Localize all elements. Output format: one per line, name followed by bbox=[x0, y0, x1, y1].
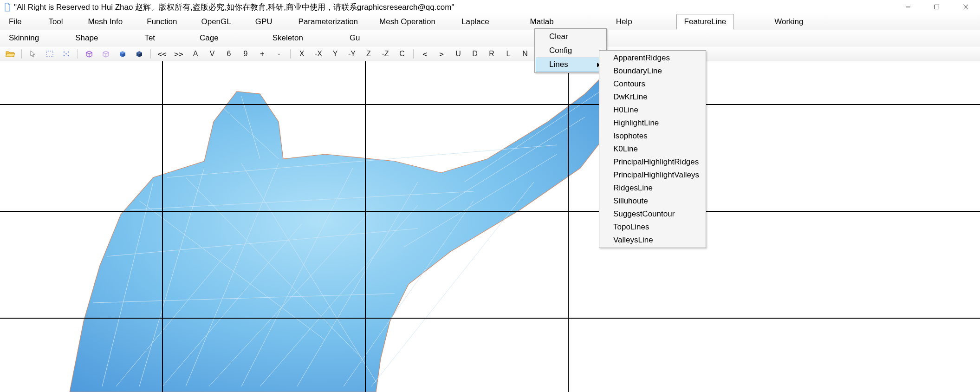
featureline-item-config[interactable]: Config bbox=[536, 44, 605, 58]
menu-featureline[interactable]: FeatureLine bbox=[676, 14, 734, 30]
toolbar-btn-prev2[interactable]: << bbox=[155, 48, 169, 59]
lines-item-silluhoute[interactable]: Silluhoute bbox=[600, 195, 705, 208]
toolbar-btn-negx[interactable]: -X bbox=[311, 48, 326, 59]
menu-label: Shape bbox=[75, 33, 98, 42]
lines-item-topolines[interactable]: TopoLines bbox=[600, 221, 705, 234]
solid-cube-dark-icon[interactable] bbox=[132, 48, 147, 59]
lines-item-boundaryline[interactable]: BoundaryLine bbox=[600, 65, 705, 78]
toolbar-btn-negz[interactable]: -Z bbox=[378, 48, 393, 59]
viewport-3d[interactable] bbox=[0, 61, 980, 392]
maximize-button[interactable] bbox=[922, 0, 951, 14]
toolbar-btn-a[interactable]: A bbox=[188, 48, 203, 59]
lines-item-suggestcountour[interactable]: SuggestCountour bbox=[600, 208, 705, 221]
toolbar-separator bbox=[150, 49, 151, 59]
lines-item-valleysline[interactable]: ValleysLine bbox=[600, 234, 705, 247]
menu-skinning[interactable]: Skinning bbox=[1, 30, 47, 46]
toolbar-btn-n[interactable]: N bbox=[518, 48, 532, 59]
featureline-item-lines[interactable]: Lines ▶ bbox=[536, 58, 605, 72]
toolbar-btn-d[interactable]: D bbox=[467, 48, 482, 59]
submenu-item-label: H0Line bbox=[613, 105, 638, 114]
lines-item-contours[interactable]: Contours bbox=[600, 78, 705, 91]
menu-tool[interactable]: Tool bbox=[40, 14, 71, 30]
toolbar-btn-lt[interactable]: < bbox=[417, 48, 432, 59]
toolbar-btn-negy[interactable]: -Y bbox=[344, 48, 359, 59]
menu-working[interactable]: Working bbox=[766, 14, 811, 30]
menu-label: OpenGL bbox=[201, 17, 231, 26]
select-rect-icon[interactable] bbox=[42, 48, 57, 59]
gridline-vertical bbox=[568, 61, 569, 392]
lines-item-k0line[interactable]: K0Line bbox=[600, 143, 705, 156]
lines-item-isophotes[interactable]: Isophotes bbox=[600, 130, 705, 143]
menu-label: Skeleton bbox=[273, 33, 303, 42]
app-icon bbox=[4, 3, 11, 11]
toolbar-btn-label: -X bbox=[315, 50, 322, 58]
toolbar-btn-gt[interactable]: > bbox=[434, 48, 449, 59]
svg-rect-1 bbox=[935, 5, 939, 9]
toolbar-btn-9[interactable]: 9 bbox=[238, 48, 253, 59]
lines-item-ridgesline[interactable]: RidgesLine bbox=[600, 182, 705, 195]
close-button[interactable] bbox=[951, 0, 980, 14]
submenu-item-label: DwKrLine bbox=[613, 92, 648, 101]
menu-cage[interactable]: Cage bbox=[192, 30, 227, 46]
menubar-secondary: Skinning Shape Tet Cage Skeleton Gu bbox=[0, 30, 980, 46]
wire-cube-light-icon[interactable] bbox=[98, 48, 113, 59]
menu-file[interactable]: File bbox=[1, 14, 29, 30]
points-icon[interactable] bbox=[59, 48, 74, 59]
featureline-dropdown: Clear Config Lines ▶ bbox=[534, 28, 607, 73]
window-title: "All Right is Reserved to Hui Zhao 赵辉。版权… bbox=[14, 2, 454, 13]
toolbar-btn-next2[interactable]: >> bbox=[171, 48, 186, 59]
toolbar-btn-x[interactable]: X bbox=[294, 48, 309, 59]
toolbar-btn-plus[interactable]: + bbox=[255, 48, 270, 59]
menu-matlab[interactable]: Matlab bbox=[522, 14, 562, 30]
menubar-primary: File Tool Mesh Info Function OpenGL GPU … bbox=[0, 14, 980, 30]
menu-label: File bbox=[9, 17, 21, 26]
lines-item-h0line[interactable]: H0Line bbox=[600, 104, 705, 117]
toolbar-btn-y[interactable]: Y bbox=[328, 48, 343, 59]
dropdown-item-label: Clear bbox=[549, 32, 568, 41]
cursor-icon[interactable] bbox=[26, 48, 40, 59]
toolbar-btn-label: Z bbox=[366, 50, 371, 58]
toolbar-btn-label: R bbox=[489, 50, 494, 58]
menu-tet[interactable]: Tet bbox=[136, 30, 163, 46]
toolbar-btn-label: << bbox=[157, 50, 166, 59]
minimize-button[interactable] bbox=[894, 0, 922, 14]
submenu-item-label: ApparentRidges bbox=[613, 53, 670, 62]
menu-laplace[interactable]: Laplace bbox=[454, 14, 497, 30]
toolbar-btn-label: 6 bbox=[227, 50, 231, 58]
toolbar-btn-u[interactable]: U bbox=[451, 48, 466, 59]
lines-submenu: ApparentRidges BoundaryLine Contours DwK… bbox=[599, 50, 706, 248]
menu-shape[interactable]: Shape bbox=[67, 30, 106, 46]
toolbar-btn-minus[interactable]: - bbox=[272, 48, 286, 59]
toolbar-btn-z[interactable]: Z bbox=[361, 48, 376, 59]
toolbar-btn-c[interactable]: C bbox=[395, 48, 409, 59]
submenu-item-label: PrincipalHighlightValleys bbox=[613, 170, 699, 179]
menu-help[interactable]: Help bbox=[608, 14, 640, 30]
menu-opengl[interactable]: OpenGL bbox=[193, 14, 239, 30]
lines-item-highlightline[interactable]: HighlightLine bbox=[600, 117, 705, 130]
menu-mesh-info[interactable]: Mesh Info bbox=[80, 14, 131, 30]
menu-label: Tet bbox=[144, 33, 155, 42]
menu-parameterization[interactable]: Parameterization bbox=[291, 14, 366, 30]
menu-mesh-operation[interactable]: Mesh Operation bbox=[371, 14, 443, 30]
toolbar-btn-v[interactable]: V bbox=[205, 48, 220, 59]
menu-function[interactable]: Function bbox=[139, 14, 185, 30]
menu-gu[interactable]: Gu bbox=[342, 30, 368, 46]
toolbar-btn-6[interactable]: 6 bbox=[221, 48, 236, 59]
solid-cube-blue-icon[interactable] bbox=[115, 48, 130, 59]
wire-cube-purple-icon[interactable] bbox=[82, 48, 97, 59]
toolbar-btn-label: + bbox=[260, 50, 264, 58]
menu-skeleton[interactable]: Skeleton bbox=[265, 30, 311, 46]
menu-label: Mesh Operation bbox=[379, 17, 435, 26]
lines-item-principalhighlightridges[interactable]: PrincipalHighlightRidges bbox=[600, 156, 705, 169]
menu-gpu[interactable]: GPU bbox=[247, 14, 280, 30]
menu-label: Cage bbox=[200, 33, 219, 42]
featureline-item-clear[interactable]: Clear bbox=[536, 30, 605, 44]
lines-item-apparentridges[interactable]: ApparentRidges bbox=[600, 52, 705, 65]
open-file-icon[interactable] bbox=[3, 48, 18, 59]
toolbar-btn-r[interactable]: R bbox=[484, 48, 499, 59]
lines-item-principalhighlightvalleys[interactable]: PrincipalHighlightValleys bbox=[600, 169, 705, 182]
toolbar-btn-l[interactable]: L bbox=[501, 48, 516, 59]
dropdown-item-label: Config bbox=[549, 46, 572, 55]
lines-item-dwkrline[interactable]: DwKrLine bbox=[600, 91, 705, 104]
toolbar-btn-label: D bbox=[472, 50, 478, 58]
